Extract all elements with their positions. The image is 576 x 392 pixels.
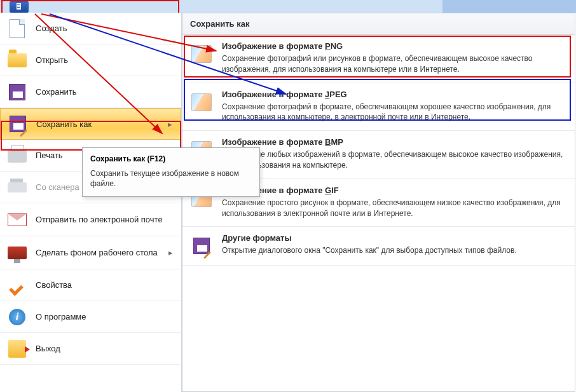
svg-rect-2 [17,6,20,6]
option-description: Сохранение простого рисунок в формате, о… [222,198,567,219]
other-formats-icon [190,234,213,257]
menu-item-email[interactable]: Отправить по электронной почте [0,203,181,236]
menu-item-save-as[interactable]: Сохранить как ▸ [0,108,181,140]
chevron-right-icon: ▸ [168,119,174,129]
tooltip-title: Сохранить как (F12) [90,154,252,163]
svg-rect-1 [17,4,20,5]
menu-item-exit[interactable]: Выход [0,333,181,365]
option-title: Изображение в формате GIF [222,186,567,195]
save-as-icon [7,113,29,135]
chevron-right-icon: ▸ [168,248,175,257]
menu-item-label: Выход [36,344,181,353]
menu-item-wallpaper[interactable]: Сделать фоном рабочего стола ▸ [0,236,181,269]
menu-item-label: Сохранить [36,87,181,97]
menu-item-save[interactable]: Сохранить [0,76,181,108]
submenu-header: Сохранить как [182,13,575,35]
new-file-icon [6,18,28,39]
option-title: Изображение в формате PNG [222,41,567,51]
image-png-icon [190,43,213,65]
tooltip-body: Сохранить текущее изображение в новом фа… [90,168,252,189]
menu-item-label: Сделать фоном рабочего стола [36,248,168,257]
menu-item-open[interactable]: Открыть [0,44,181,76]
app-menu-button[interactable] [10,1,29,13]
option-description: Открытие диалогового окна "Сохранить как… [222,245,567,256]
scanner-icon [6,177,28,198]
option-title: Изображение в формате BMP [222,137,567,147]
desktop-icon [6,242,28,264]
menu-item-label: О программе [36,312,181,321]
menu-item-about[interactable]: i О программе [0,301,181,333]
menu-item-label: Отправить по электронной почте [36,215,181,224]
menu-item-label: Сохранить как [36,119,168,129]
checkmark-icon [6,274,28,296]
menu-item-properties[interactable]: Свойства [0,269,181,301]
saveas-option-jpeg[interactable]: Изображение в формате JPEG Сохранение фо… [182,83,575,132]
saveas-option-other[interactable]: Другие форматы Открытие диалогового окна… [182,227,575,266]
open-folder-icon [6,50,28,71]
option-description: Сохранение фотографий или рисунков в фор… [222,53,567,75]
info-icon: i [6,306,28,328]
save-icon [6,81,28,103]
file-menu: Создать Открыть Сохранить Сохранить как … [0,13,182,392]
menu-item-label: Создать [36,24,181,33]
menu-item-new[interactable]: Создать [0,13,181,44]
save-as-submenu: Сохранить как Изображение в формате PNG … [182,13,575,392]
image-jpeg-icon [190,91,213,114]
menu-item-label: Свойства [36,280,181,290]
option-title: Изображение в формате JPEG [222,90,567,99]
option-description: Сохранение фотографий в формате, обеспеч… [222,102,567,123]
saveas-option-png[interactable]: Изображение в формате PNG Сохранение фот… [182,35,575,83]
email-icon [6,209,28,231]
document-icon [15,1,23,13]
exit-icon [6,338,28,360]
menu-item-label: Открыть [36,55,181,65]
svg-rect-3 [17,7,20,8]
printer-icon [6,145,28,166]
tooltip-save-as: Сохранить как (F12) Сохранить текущее из… [82,147,260,197]
option-title: Другие форматы [222,233,567,243]
title-bar-right [442,0,576,13]
option-description: Сохранение любых изображений в формате, … [222,149,567,171]
